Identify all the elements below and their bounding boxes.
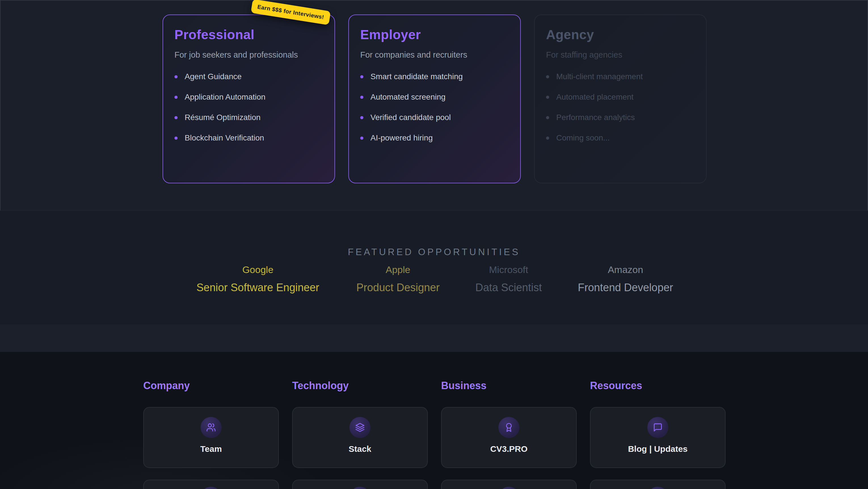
plan-feature: Verified candidate pool xyxy=(360,107,509,128)
job-listing-microsoft[interactable]: Microsoft Data Scientist xyxy=(475,265,542,293)
plan-description: For job seekers and professionals xyxy=(175,50,323,60)
footer-column-business: Business CV3.PRO xyxy=(441,380,577,489)
job-company: Microsoft xyxy=(475,265,542,275)
plan-cards-row: Professional For job seekers and profess… xyxy=(162,15,707,183)
plan-description: For companies and recruiters xyxy=(360,50,509,60)
job-role: Product Designer xyxy=(356,282,440,293)
plan-feature: AI-powered hiring xyxy=(360,128,509,148)
footer-card-cv3pro[interactable]: CV3.PRO xyxy=(441,407,577,468)
plan-title: Employer xyxy=(360,27,509,42)
bullet-dot-icon xyxy=(360,96,363,99)
icon-circle xyxy=(647,417,668,438)
footer-column-resources: Resources Blog | Updates xyxy=(590,380,725,489)
featured-heading: FEATURED OPPORTUNITIES xyxy=(0,247,868,257)
footer-card-label: Blog | Updates xyxy=(591,444,725,454)
footer-card-label: CV3.PRO xyxy=(442,444,576,454)
footer-grid: Company Team xyxy=(143,380,725,489)
bullet-dot-icon xyxy=(175,75,178,78)
footer-card-label: Team xyxy=(144,444,278,454)
users-icon xyxy=(206,423,216,432)
icon-circle xyxy=(200,417,221,438)
footer-column-company: Company Team xyxy=(143,380,279,489)
footer-card-partial[interactable] xyxy=(590,480,725,489)
job-company: Apple xyxy=(356,265,440,275)
plan-card-agency[interactable]: Agency For staffing agencies Multi-clien… xyxy=(534,15,707,183)
footer-card-blog[interactable]: Blog | Updates xyxy=(590,407,725,468)
footer-heading: Business xyxy=(441,380,577,392)
footer-heading: Company xyxy=(143,380,279,392)
job-role: Senior Software Engineer xyxy=(196,282,319,293)
plan-feature: Multi-client management xyxy=(546,66,695,87)
plan-title: Agency xyxy=(546,27,695,42)
plan-feature: Automated screening xyxy=(360,87,509,107)
footer-card-partial[interactable] xyxy=(441,480,577,489)
icon-circle xyxy=(200,487,221,489)
plan-feature-label: Automated placement xyxy=(556,92,633,102)
icon-circle xyxy=(349,487,370,489)
divider-band xyxy=(0,324,868,352)
plan-feature: Coming soon... xyxy=(546,128,695,148)
hero-section: Earn $$$ for Interviews! Professional Fo… xyxy=(0,0,868,210)
plan-feature-list: Multi-client management Automated placem… xyxy=(546,66,695,148)
footer-card-stack[interactable]: Stack xyxy=(292,407,428,468)
job-listing-amazon[interactable]: Amazon Frontend Developer xyxy=(578,265,673,293)
plan-title: Professional xyxy=(175,27,323,42)
footer-card-partial[interactable] xyxy=(143,480,279,489)
plan-feature-label: Agent Guidance xyxy=(185,72,242,81)
bullet-dot-icon xyxy=(175,96,178,99)
icon-circle xyxy=(498,417,519,438)
bullet-dot-icon xyxy=(546,116,549,119)
plan-feature: Agent Guidance xyxy=(175,66,323,87)
plan-feature-list: Smart candidate matching Automated scree… xyxy=(360,66,509,148)
job-company: Google xyxy=(196,265,319,275)
plan-feature-label: AI-powered hiring xyxy=(370,134,433,142)
plan-feature-list: Agent Guidance Application Automation Ré… xyxy=(175,66,323,148)
bullet-dot-icon xyxy=(546,75,549,78)
job-listing-apple[interactable]: Apple Product Designer xyxy=(356,265,440,293)
footer-section: Company Team xyxy=(0,352,868,489)
featured-section: FEATURED OPPORTUNITIES Google Senior Sof… xyxy=(0,210,868,325)
plan-feature-label: Coming soon... xyxy=(556,134,610,142)
job-role: Frontend Developer xyxy=(578,282,673,293)
plan-feature-label: Blockchain Verification xyxy=(185,134,264,142)
job-role: Data Scientist xyxy=(475,282,542,293)
footer-card-partial[interactable] xyxy=(292,480,428,489)
message-square-icon xyxy=(653,423,663,432)
bullet-dot-icon xyxy=(360,75,363,78)
page: Earn $$$ for Interviews! Professional Fo… xyxy=(0,0,868,489)
icon-circle xyxy=(498,487,519,489)
job-listing-google[interactable]: Google Senior Software Engineer xyxy=(196,265,319,293)
layers-icon xyxy=(355,423,365,432)
footer-heading: Resources xyxy=(590,380,725,392)
footer-heading: Technology xyxy=(292,380,428,392)
plan-feature-label: Smart candidate matching xyxy=(370,72,463,81)
plan-feature: Automated placement xyxy=(546,87,695,107)
plan-feature-label: Multi-client management xyxy=(556,72,643,81)
job-company: Amazon xyxy=(578,265,673,275)
icon-circle xyxy=(349,417,370,438)
bullet-dot-icon xyxy=(546,137,549,140)
plan-feature: Résumé Optimization xyxy=(175,107,323,128)
plan-feature: Smart candidate matching xyxy=(360,66,509,87)
icon-circle xyxy=(647,487,668,489)
bullet-dot-icon xyxy=(175,137,178,140)
plan-card-employer[interactable]: Employer For companies and recruiters Sm… xyxy=(348,15,521,183)
plan-description: For staffing agencies xyxy=(546,50,695,60)
plan-feature-label: Verified candidate pool xyxy=(370,113,451,122)
plan-feature-label: Automated screening xyxy=(370,92,446,102)
plan-feature: Blockchain Verification xyxy=(175,128,323,148)
bullet-dot-icon xyxy=(175,116,178,119)
plan-card-professional[interactable]: Professional For job seekers and profess… xyxy=(162,15,335,183)
footer-card-label: Stack xyxy=(293,444,427,454)
plan-feature-label: Résumé Optimization xyxy=(185,113,261,122)
bullet-dot-icon xyxy=(360,116,363,119)
footer-column-technology: Technology Stack xyxy=(292,380,428,489)
plan-feature-label: Performance analytics xyxy=(556,113,635,122)
footer-card-team[interactable]: Team xyxy=(143,407,279,468)
plan-feature: Application Automation xyxy=(175,87,323,107)
award-icon xyxy=(504,423,514,432)
bullet-dot-icon xyxy=(546,96,549,99)
plan-feature-label: Application Automation xyxy=(185,92,266,102)
bullet-dot-icon xyxy=(360,137,363,140)
plan-feature: Performance analytics xyxy=(546,107,695,128)
